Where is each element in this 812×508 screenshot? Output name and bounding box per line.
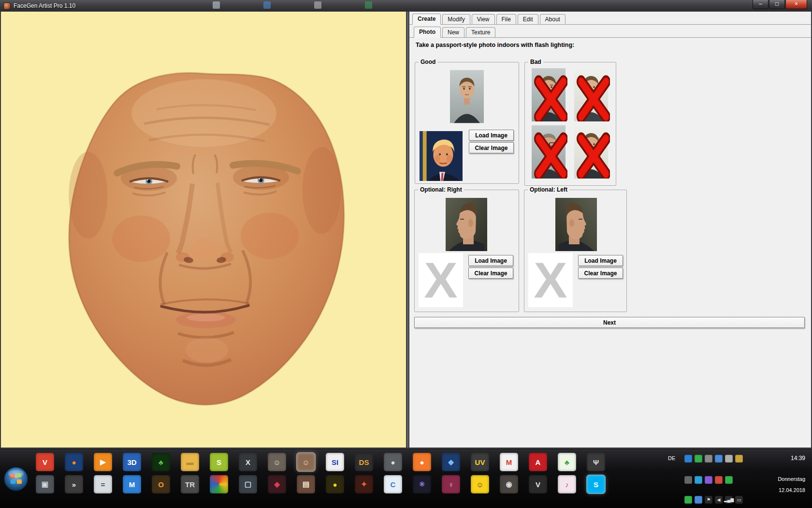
photo-instruction-text: Take a passport-style photo indoors with… — [416, 42, 574, 48]
tray-driver-icon[interactable] — [705, 455, 712, 463]
skype-icon[interactable]: S — [587, 475, 605, 493]
ruby-icon[interactable]: ◆ — [268, 475, 286, 493]
mandala-icon[interactable]: ✳ — [413, 475, 431, 493]
sphere-tool-icon[interactable]: ● — [384, 453, 402, 471]
load-front-image-button[interactable]: Load Image — [469, 130, 514, 141]
minimize-button[interactable]: – — [753, 0, 768, 9]
system-tray: DE ⚑◀▂▄▆▭ 14:39 Donnerstag 12.04.2018 — [664, 451, 809, 507]
main-tab[interactable]: About — [540, 14, 566, 24]
projector-icon[interactable]: ▣ — [36, 475, 54, 493]
clear-left-image-button[interactable]: Clear Image — [578, 268, 623, 279]
tray-flower-icon[interactable] — [695, 496, 702, 504]
tr-icon[interactable]: TR — [181, 475, 199, 493]
main-tab[interactable]: Modify — [442, 14, 470, 24]
tray-usb-icon[interactable] — [725, 455, 733, 463]
clear-right-image-button[interactable]: Clear Image — [468, 268, 513, 279]
folder-icon[interactable]: ▬ — [181, 453, 199, 471]
loaded-front-photo-thumbnail[interactable] — [419, 131, 463, 181]
media-monkey-icon[interactable]: M — [123, 475, 141, 493]
window-title: FaceGen Artist Pro 1.10 — [14, 2, 75, 9]
clock-time[interactable]: 14:39 — [791, 455, 805, 462]
main-tab[interactable]: Create — [412, 14, 441, 25]
ornament-icon[interactable]: ✦ — [355, 475, 373, 493]
smiley-icon[interactable]: ☺ — [471, 475, 489, 493]
earth-swirl-icon[interactable] — [210, 475, 228, 493]
window-titlebar: FaceGen Artist Pro 1.10 – □ × — [0, 0, 812, 12]
clock-day[interactable]: Donnerstag — [778, 476, 805, 482]
v-app-icon[interactable]: V — [529, 475, 547, 493]
photo-viewer-icon[interactable]: ◉ — [500, 475, 518, 493]
load-right-image-button[interactable]: Load Image — [468, 255, 513, 266]
c-tool-icon[interactable]: C — [384, 475, 402, 493]
tray-update-icon[interactable] — [695, 455, 702, 463]
firefox-icon[interactable]: ● — [65, 453, 83, 471]
sub-tab[interactable]: Texture — [466, 27, 495, 37]
tray-network-icon[interactable]: ▂▄▆ — [725, 496, 733, 504]
plant-factory-icon[interactable]: ♣ — [152, 453, 170, 471]
right-profile-empty-placeholder[interactable]: X — [419, 253, 463, 307]
main-tab[interactable]: Edit — [518, 14, 538, 24]
tray-notification-icon[interactable]: ▭ — [735, 496, 743, 504]
desktop-icons-behind-titlebar — [213, 1, 372, 9]
media-player-icon[interactable]: ▶ — [94, 453, 112, 471]
red-x-icon — [575, 130, 610, 179]
tray-volume-icon[interactable]: ◀ — [715, 496, 723, 504]
facegen-icon[interactable]: ☺ — [297, 453, 315, 471]
optional-left-groupbox: Optional: Left X Load Image Clear Image — [524, 190, 627, 312]
left-profile-example-photo — [555, 198, 597, 251]
3d-viewport[interactable] — [1, 12, 406, 448]
tray-icons-row-2 — [684, 476, 733, 484]
3d-coat-icon[interactable]: ◆ — [442, 453, 460, 471]
dancer-icon[interactable]: ♪ — [558, 475, 576, 493]
xnormal-icon[interactable]: X — [239, 453, 257, 471]
good-example-photo — [450, 68, 484, 125]
clear-front-image-button[interactable]: Clear Image — [469, 142, 514, 153]
blender-icon[interactable]: ● — [413, 453, 431, 471]
tray-network-share-icon[interactable] — [684, 455, 692, 463]
tray-sync-icon[interactable] — [684, 496, 692, 504]
sub-tab[interactable]: New — [442, 27, 464, 37]
chick-icon[interactable]: ● — [326, 475, 344, 493]
load-left-image-button[interactable]: Load Image — [578, 255, 623, 266]
vivaldi-icon[interactable]: V — [36, 453, 54, 471]
microphone-icon[interactable]: Ψ — [587, 453, 605, 471]
adobe-reader-icon[interactable]: A — [529, 453, 547, 471]
daz-studio-icon[interactable]: DS — [355, 453, 373, 471]
optional-right-title: Optional: Right — [418, 186, 464, 193]
language-indicator[interactable]: DE — [668, 455, 675, 461]
next-button[interactable]: Next — [414, 317, 805, 328]
fast-forward-icon[interactable]: » — [65, 475, 83, 493]
tray-display-icon[interactable] — [715, 455, 723, 463]
tray-flag-icon[interactable]: ⚑ — [705, 496, 712, 504]
uv-mapper-icon[interactable]: UV — [471, 453, 489, 471]
clock-date[interactable]: 12.04.2018 — [779, 487, 805, 493]
maximize-button[interactable]: □ — [769, 0, 785, 9]
sub-tab[interactable]: Photo — [414, 27, 441, 38]
si-icon[interactable]: SI — [326, 453, 344, 471]
figure-tool-icon[interactable]: ♀ — [442, 475, 460, 493]
tray-app3-icon[interactable] — [705, 476, 712, 484]
close-button[interactable]: × — [785, 0, 807, 9]
main-tab[interactable]: View — [472, 14, 495, 24]
start-button[interactable] — [3, 466, 29, 492]
tray-app2-icon[interactable] — [695, 476, 702, 484]
tray-app5-icon[interactable] — [725, 476, 733, 484]
tray-app1-icon[interactable] — [684, 476, 692, 484]
left-profile-empty-placeholder[interactable]: X — [528, 253, 573, 307]
tray-lock-icon[interactable] — [735, 455, 743, 463]
main-tab[interactable]: File — [496, 14, 516, 24]
tray-app4-icon[interactable] — [715, 476, 723, 484]
ring-tool-icon[interactable]: O — [152, 475, 170, 493]
calculator-icon[interactable]: = — [94, 475, 112, 493]
einstein-icon[interactable]: ☺ — [268, 453, 286, 471]
wave-tool-icon[interactable]: S — [210, 453, 228, 471]
taskbar-icon-rows: V●▶3D♣▬SX☺☺SIDS●●◆UVMA♣Ψ ▣»=MOTR▢◆▤●✦C✳♀… — [36, 452, 605, 497]
3d-tool-icon[interactable]: 3D — [123, 453, 141, 471]
tray-icons-row-3: ⚑◀▂▄▆▭ — [684, 496, 743, 504]
books-icon[interactable]: ▤ — [297, 475, 315, 493]
gmail-icon[interactable]: M — [500, 453, 518, 471]
display-icon[interactable]: ▢ — [239, 475, 257, 493]
panel-splitter[interactable] — [406, 12, 409, 448]
leaf-icon[interactable]: ♣ — [558, 453, 576, 471]
optional-right-groupbox: Optional: Right X Load Image Clear Image — [414, 190, 519, 312]
